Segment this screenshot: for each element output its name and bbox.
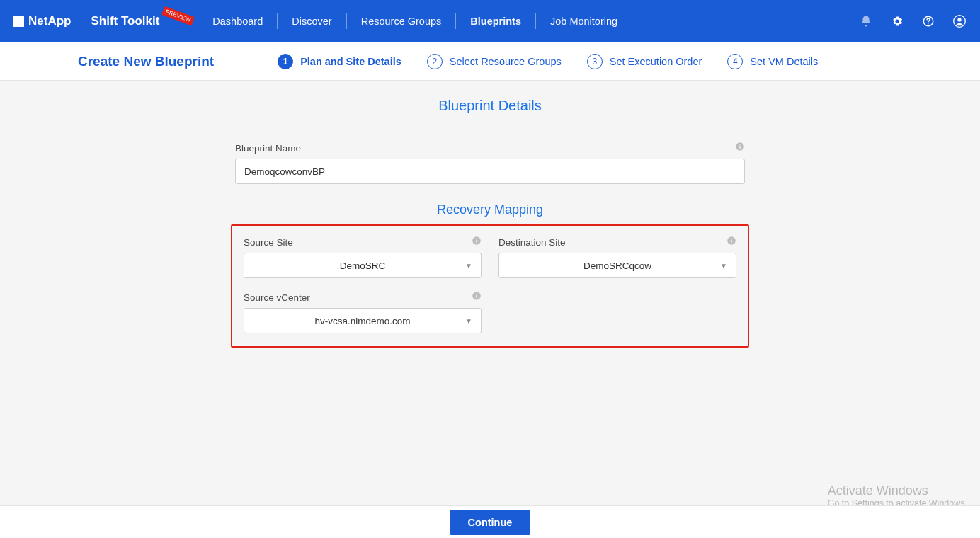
- site-row: Source Site DemoSRC ▼ Destination Site: [244, 236, 736, 278]
- chevron-down-icon: ▼: [465, 262, 472, 270]
- page-title: Create New Blueprint: [78, 54, 214, 69]
- svg-rect-5: [739, 146, 740, 149]
- source-vcenter-label: Source vCenter: [244, 292, 310, 303]
- product-name: Shift Toolkit: [91, 14, 159, 28]
- preview-badge: PREVIEW: [162, 6, 195, 25]
- select-value: DemoSRC: [340, 261, 386, 271]
- nav-job-monitoring[interactable]: Job Monitoring: [549, 13, 619, 30]
- netapp-logo-icon: [13, 16, 24, 27]
- svg-point-9: [476, 238, 477, 239]
- source-site-select[interactable]: DemoSRC ▼: [244, 253, 482, 278]
- recovery-mapping-heading: Recovery Mapping: [0, 202, 980, 217]
- step-number: 3: [587, 54, 603, 69]
- watermark-title: Activate Windows: [828, 483, 967, 498]
- step-label: Set Execution Order: [610, 56, 702, 67]
- label-row: Source vCenter: [244, 291, 482, 304]
- primary-nav: Dashboard Discover Resource Groups Bluep…: [211, 13, 645, 30]
- source-vcenter-col: Source vCenter hv-vcsa.nimdemo.com ▼: [244, 291, 482, 333]
- top-navbar: NetApp Shift Toolkit PREVIEW Dashboard D…: [0, 0, 980, 42]
- wizard-stepper: Create New Blueprint 1 Plan and Site Det…: [0, 42, 980, 81]
- steps-container: 1 Plan and Site Details 2 Select Resourc…: [278, 54, 818, 69]
- blueprint-name-input[interactable]: [235, 159, 745, 184]
- step-label: Select Resource Groups: [450, 56, 562, 67]
- nav-separator: [346, 13, 347, 29]
- svg-point-1: [928, 23, 928, 24]
- svg-rect-14: [476, 295, 477, 298]
- nav-separator: [632, 13, 632, 29]
- select-value: DemoSRCqcow: [583, 261, 651, 271]
- label-row: Blueprint Name: [235, 142, 745, 154]
- select-value: hv-vcsa.nimdemo.com: [314, 316, 410, 326]
- step-label: Set VM Details: [750, 56, 818, 67]
- user-icon[interactable]: [952, 13, 967, 29]
- main-content: Blueprint Details Blueprint Name Recover…: [0, 81, 980, 348]
- step-plan-and-site-details[interactable]: 1 Plan and Site Details: [278, 54, 401, 69]
- svg-point-12: [731, 238, 732, 239]
- nav-separator: [455, 13, 456, 29]
- step-number: 2: [427, 54, 443, 69]
- svg-rect-11: [731, 240, 731, 243]
- source-site-label: Source Site: [244, 237, 293, 248]
- destination-site-label: Destination Site: [498, 237, 566, 248]
- blueprint-details-heading: Blueprint Details: [0, 98, 980, 114]
- step-label: Plan and Site Details: [300, 56, 401, 67]
- vcenter-row: Source vCenter hv-vcsa.nimdemo.com ▼: [244, 291, 736, 333]
- continue-button[interactable]: Continue: [450, 510, 531, 535]
- info-icon[interactable]: [735, 142, 745, 154]
- blueprint-details-form: Blueprint Name: [235, 142, 745, 184]
- empty-col: [498, 291, 736, 333]
- step-set-execution-order[interactable]: 3 Set Execution Order: [587, 54, 702, 69]
- blueprint-name-label: Blueprint Name: [235, 143, 301, 154]
- nav-blueprints[interactable]: Blueprints: [469, 13, 523, 30]
- chevron-down-icon: ▼: [465, 317, 472, 325]
- step-number: 1: [278, 54, 293, 69]
- chevron-down-icon: ▼: [720, 262, 727, 270]
- top-right-actions: [858, 13, 967, 29]
- windows-watermark: Activate Windows Go to Settings to activ…: [828, 483, 967, 508]
- wizard-footer: Continue: [0, 505, 980, 538]
- destination-site-select[interactable]: DemoSRCqcow ▼: [498, 253, 736, 278]
- svg-point-15: [476, 293, 477, 294]
- nav-resource-groups[interactable]: Resource Groups: [360, 13, 443, 30]
- destination-site-col: Destination Site DemoSRCqcow ▼: [498, 236, 736, 278]
- svg-point-6: [739, 144, 741, 145]
- brand-text: NetApp: [28, 14, 71, 28]
- step-set-vm-details[interactable]: 4 Set VM Details: [727, 54, 818, 69]
- source-site-col: Source Site DemoSRC ▼: [244, 236, 482, 278]
- svg-rect-8: [476, 240, 477, 243]
- nav-discover[interactable]: Discover: [290, 13, 333, 30]
- bell-icon[interactable]: [858, 13, 874, 29]
- info-icon[interactable]: [727, 236, 736, 248]
- step-select-resource-groups[interactable]: 2 Select Resource Groups: [427, 54, 562, 69]
- info-icon[interactable]: [472, 291, 482, 304]
- label-row: Source Site: [244, 236, 482, 248]
- nav-separator: [277, 13, 278, 29]
- source-vcenter-select[interactable]: hv-vcsa.nimdemo.com ▼: [244, 308, 482, 333]
- info-icon[interactable]: [472, 236, 482, 248]
- nav-dashboard[interactable]: Dashboard: [211, 13, 264, 30]
- recovery-mapping-section: Source Site DemoSRC ▼ Destination Site: [231, 224, 749, 348]
- step-number: 4: [727, 54, 743, 69]
- label-row: Destination Site: [498, 236, 736, 248]
- section-divider: [235, 127, 745, 127]
- nav-separator: [535, 13, 536, 29]
- gear-icon[interactable]: [889, 13, 905, 29]
- help-icon[interactable]: [921, 13, 936, 29]
- svg-point-3: [957, 18, 961, 21]
- brand-logo: NetApp: [13, 14, 71, 28]
